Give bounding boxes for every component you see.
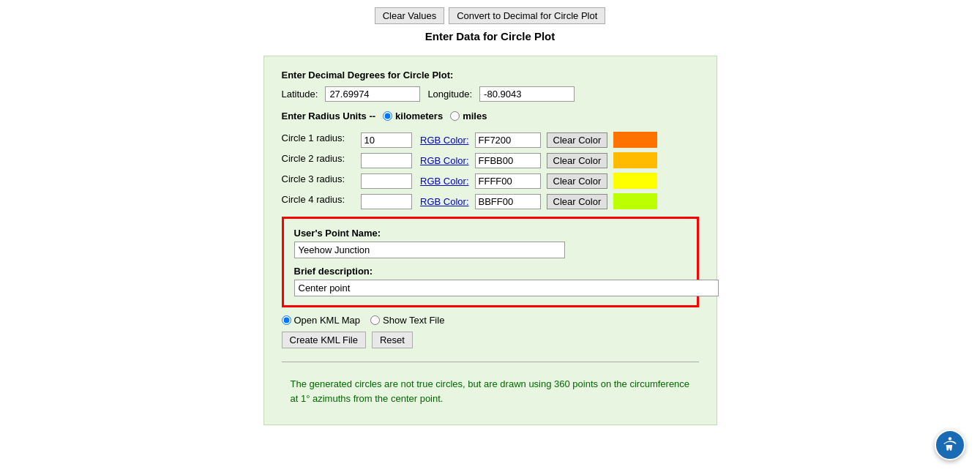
circle-1-color-swatch (613, 132, 657, 148)
latitude-input[interactable] (325, 86, 420, 102)
longitude-input[interactable] (479, 86, 575, 102)
point-name-section: User's Point Name: Brief description: (282, 217, 699, 307)
description-label: Brief description: (294, 266, 687, 277)
divider (282, 362, 699, 362)
circle-3-rgb-link[interactable]: RGB Color: (418, 176, 469, 187)
circle-row-3: Circle 3 radius: RGB Color: Clear Color (282, 173, 699, 189)
note-section: The generated circles are not true circl… (282, 371, 699, 411)
output-option-1[interactable]: Show Text File (370, 315, 444, 326)
circle-3-color-swatch (613, 173, 657, 189)
circle-3-label: Circle 3 radius: (282, 173, 355, 184)
circle-4-rgb-input[interactable] (475, 194, 541, 209)
miles-option[interactable]: miles (450, 111, 487, 121)
circle-4-rgb-link[interactable]: RGB Color: (418, 196, 469, 207)
circle-row-1: Circle 1 radius: RGB Color: Clear Color (282, 132, 699, 148)
circle-2-label: Circle 2 radius: (282, 153, 355, 164)
description-input[interactable] (294, 280, 719, 296)
circle-1-radius-input[interactable] (361, 132, 412, 148)
clear-values-button[interactable]: Clear Values (375, 7, 444, 24)
accessibility-icon (940, 435, 960, 455)
circle-1-clear-color-button[interactable]: Clear Color (547, 132, 608, 148)
output-option-0[interactable]: Open KML Map (282, 315, 361, 326)
point-name-input[interactable] (294, 242, 565, 258)
output-radio-0[interactable] (282, 315, 291, 325)
miles-radio[interactable] (450, 111, 460, 121)
circle-1-rgb-link[interactable]: RGB Color: (418, 135, 469, 146)
circle-1-rgb-input[interactable] (475, 132, 541, 148)
output-label-1: Show Text File (383, 315, 444, 326)
circle-2-rgb-input[interactable] (475, 153, 541, 168)
circle-2-radius-input[interactable] (361, 153, 412, 168)
point-name-label: User's Point Name: (294, 228, 687, 239)
radius-units-label: Enter Radius Units -- (282, 111, 376, 121)
circle-3-radius-input[interactable] (361, 173, 412, 189)
form-panel: Enter Decimal Degrees for Circle Plot: L… (263, 56, 717, 425)
output-options-container: Open KML MapShow Text File (282, 315, 699, 326)
circle-3-clear-color-button[interactable]: Clear Color (547, 173, 608, 189)
circle-3-rgb-input[interactable] (475, 173, 541, 189)
circle-rows-container: Circle 1 radius: RGB Color: Clear Color … (282, 132, 699, 209)
circle-4-color-swatch (613, 193, 657, 209)
svg-point-0 (949, 437, 951, 440)
create-kml-button[interactable]: Create KML File (282, 332, 366, 348)
circle-2-color-swatch (613, 152, 657, 168)
circle-1-label: Circle 1 radius: (282, 132, 355, 143)
accessibility-button[interactable] (935, 430, 965, 460)
output-radio-1[interactable] (370, 315, 380, 325)
circle-4-radius-input[interactable] (361, 194, 412, 209)
circle-2-rgb-link[interactable]: RGB Color: (418, 155, 469, 166)
output-label-0: Open KML Map (294, 315, 361, 326)
circle-4-label: Circle 4 radius: (282, 194, 355, 205)
latitude-label: Latitude: (282, 89, 318, 100)
circle-2-clear-color-button[interactable]: Clear Color (547, 153, 608, 168)
circle-4-clear-color-button[interactable]: Clear Color (547, 194, 608, 209)
reset-button[interactable]: Reset (372, 332, 413, 348)
circle-row-2: Circle 2 radius: RGB Color: Clear Color (282, 152, 699, 168)
kilometers-radio[interactable] (383, 111, 392, 121)
convert-to-decimal-button[interactable]: Convert to Decimal for Circle Plot (449, 7, 605, 24)
circle-row-4: Circle 4 radius: RGB Color: Clear Color (282, 193, 699, 209)
longitude-label: Longitude: (427, 89, 472, 100)
kilometers-option[interactable]: kilometers (383, 111, 443, 121)
page-title: Enter Data for Circle Plot (0, 30, 980, 42)
coordinates-section-label: Enter Decimal Degrees for Circle Plot: (282, 70, 699, 81)
